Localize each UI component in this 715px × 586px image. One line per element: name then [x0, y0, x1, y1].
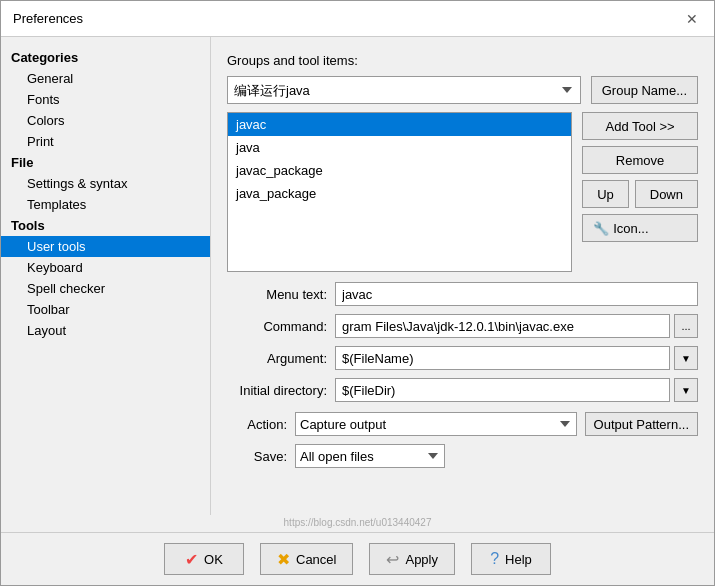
argument-row: Argument: ▼ — [227, 346, 698, 370]
sidebar-item-keyboard[interactable]: Keyboard — [1, 257, 210, 278]
remove-button[interactable]: Remove — [582, 146, 698, 174]
group-select-wrap: 编译运行java — [227, 76, 581, 104]
sidebar-item-general[interactable]: General — [1, 68, 210, 89]
cancel-button[interactable]: ✖ Cancel — [260, 543, 353, 575]
icon-button[interactable]: 🔧 Icon... — [582, 214, 698, 242]
dialog-title: Preferences — [13, 11, 83, 26]
sidebar-item-print[interactable]: Print — [1, 131, 210, 152]
argument-wrap: ▼ — [335, 346, 698, 370]
apply-button[interactable]: ↩ Apply — [369, 543, 455, 575]
top-area: 编译运行java Group Name... — [227, 76, 698, 104]
groups-label: Groups and tool items: — [227, 53, 698, 68]
command-wrap: ... — [335, 314, 698, 338]
command-input[interactable] — [335, 314, 670, 338]
menu-text-input[interactable] — [335, 282, 698, 306]
output-pattern-button[interactable]: Output Pattern... — [585, 412, 698, 436]
action-wrap: Capture output Run Open Output Pattern..… — [295, 412, 698, 436]
preferences-dialog: Preferences ✕ Categories General Fonts C… — [0, 0, 715, 586]
argument-dropdown-button[interactable]: ▼ — [674, 346, 698, 370]
initial-dir-wrap: ▼ — [335, 378, 698, 402]
help-label: Help — [505, 552, 532, 567]
tool-item-java-package[interactable]: java_package — [228, 182, 571, 205]
tool-buttons: Add Tool >> Remove Up Down 🔧 Icon... — [582, 112, 698, 272]
cancel-icon: ✖ — [277, 550, 290, 569]
cancel-label: Cancel — [296, 552, 336, 567]
sidebar-item-user-tools[interactable]: User tools — [1, 236, 210, 257]
initial-dir-row: Initial directory: ▼ — [227, 378, 698, 402]
sidebar-item-tools[interactable]: Tools — [1, 215, 210, 236]
argument-input[interactable] — [335, 346, 670, 370]
updown-row: Up Down — [582, 180, 698, 208]
close-button[interactable]: ✕ — [682, 9, 702, 29]
dialog-footer: ✔ OK ✖ Cancel ↩ Apply ? Help — [1, 532, 714, 585]
tool-item-javac[interactable]: javac — [228, 113, 571, 136]
form-area: Menu text: Command: ... Argument: — [227, 282, 698, 402]
initial-dir-label: Initial directory: — [227, 383, 327, 398]
up-button[interactable]: Up — [582, 180, 629, 208]
add-tool-button[interactable]: Add Tool >> — [582, 112, 698, 140]
ok-button[interactable]: ✔ OK — [164, 543, 244, 575]
sidebar-item-colors[interactable]: Colors — [1, 110, 210, 131]
command-browse-button[interactable]: ... — [674, 314, 698, 338]
ok-icon: ✔ — [185, 550, 198, 569]
initial-dir-dropdown-button[interactable]: ▼ — [674, 378, 698, 402]
action-row: Action: Capture output Run Open Output P… — [227, 412, 698, 436]
action-label: Action: — [227, 417, 287, 432]
group-select[interactable]: 编译运行java — [227, 76, 581, 104]
sidebar-item-toolbar[interactable]: Toolbar — [1, 299, 210, 320]
command-label: Command: — [227, 319, 327, 334]
help-button[interactable]: ? Help — [471, 543, 551, 575]
action-select[interactable]: Capture output Run Open — [295, 412, 577, 436]
title-bar: Preferences ✕ — [1, 1, 714, 37]
sidebar-item-templates[interactable]: Templates — [1, 194, 210, 215]
ok-label: OK — [204, 552, 223, 567]
sidebar-item-file[interactable]: File — [1, 152, 210, 173]
sidebar-item-fonts[interactable]: Fonts — [1, 89, 210, 110]
sidebar-item-settings-syntax[interactable]: Settings & syntax — [1, 173, 210, 194]
tool-item-java[interactable]: java — [228, 136, 571, 159]
wrench-icon: 🔧 — [593, 221, 609, 236]
down-button[interactable]: Down — [635, 180, 698, 208]
group-name-button[interactable]: Group Name... — [591, 76, 698, 104]
help-icon: ? — [490, 550, 499, 568]
tool-item-javac-package[interactable]: javac_package — [228, 159, 571, 182]
save-label: Save: — [227, 449, 287, 464]
menu-text-row: Menu text: — [227, 282, 698, 306]
save-row: Save: All open files Current file None — [227, 444, 698, 468]
categories-label: Categories — [1, 47, 210, 68]
tool-list: javac java javac_package java_package — [227, 112, 572, 272]
sidebar-item-layout[interactable]: Layout — [1, 320, 210, 341]
apply-label: Apply — [405, 552, 438, 567]
middle-area: javac java javac_package java_package Ad… — [227, 112, 698, 272]
watermark: https://blog.csdn.net/u013440427 — [1, 515, 714, 532]
save-select[interactable]: All open files Current file None — [295, 444, 445, 468]
initial-dir-input[interactable] — [335, 378, 670, 402]
sidebar: Categories General Fonts Colors Print Fi… — [1, 37, 211, 515]
argument-label: Argument: — [227, 351, 327, 366]
dialog-body: Categories General Fonts Colors Print Fi… — [1, 37, 714, 515]
main-content: Groups and tool items: 编译运行java Group Na… — [211, 37, 714, 515]
sidebar-item-spell-checker[interactable]: Spell checker — [1, 278, 210, 299]
command-row: Command: ... — [227, 314, 698, 338]
apply-icon: ↩ — [386, 550, 399, 569]
menu-text-label: Menu text: — [227, 287, 327, 302]
